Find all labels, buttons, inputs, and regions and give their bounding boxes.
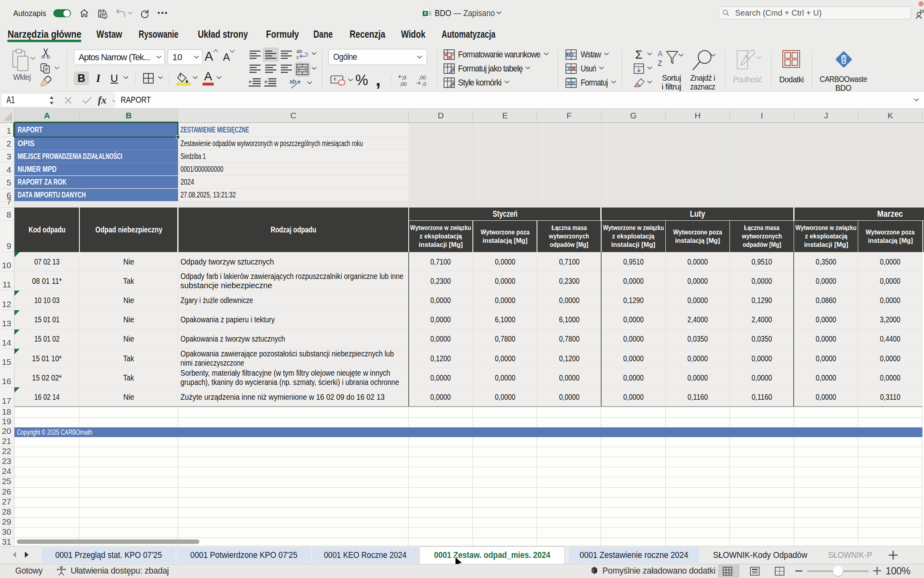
svg-text:,0: ,0: [402, 75, 406, 81]
svg-text:ab: ab: [290, 78, 296, 85]
svg-text:c: c: [296, 54, 299, 60]
svg-text:¢: ¢: [334, 77, 336, 81]
svg-text:A: A: [658, 50, 663, 58]
svg-text:,00: ,00: [399, 81, 407, 87]
svg-text:,0: ,0: [422, 81, 426, 87]
svg-text:X: X: [424, 11, 427, 16]
svg-text:Z: Z: [658, 59, 662, 67]
svg-text:ab: ab: [296, 48, 302, 54]
svg-text:,00: ,00: [419, 75, 426, 81]
